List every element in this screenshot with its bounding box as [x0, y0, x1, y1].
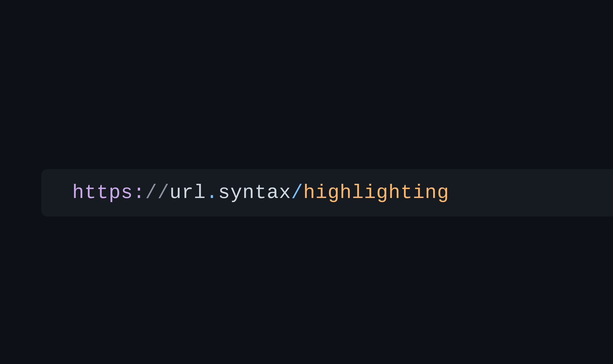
url-scheme: https: [72, 182, 133, 204]
url-text[interactable]: https://url.syntax/highlighting: [72, 182, 449, 204]
url-colon: :: [133, 182, 145, 204]
url-dot: .: [206, 182, 218, 204]
address-bar[interactable]: https://url.syntax/highlighting: [41, 169, 613, 217]
url-host-tld: syntax: [218, 182, 291, 204]
url-slashes: //: [145, 182, 170, 204]
url-host-subdomain: url: [170, 182, 206, 204]
url-path: highlighting: [303, 182, 449, 204]
url-path-slash: /: [291, 182, 303, 204]
